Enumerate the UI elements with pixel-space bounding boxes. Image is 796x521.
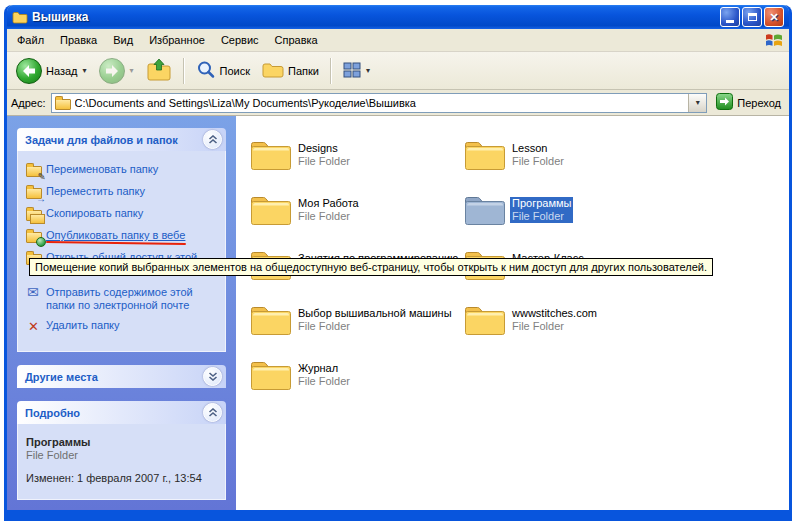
back-label: Назад (46, 65, 78, 77)
folder-icon (250, 138, 292, 172)
task-pane-sidebar: Задачи для файлов и папок Переименовать … (7, 116, 236, 510)
menu-item-1[interactable]: Файл (9, 30, 52, 51)
title-bar[interactable]: Вышивка ✕ (7, 5, 789, 29)
window-body: Задачи для файлов и папок Переименовать … (7, 116, 789, 510)
file-name: Журнал (296, 362, 352, 375)
task-label: Переместить папку (46, 185, 145, 198)
go-arrow-icon (716, 93, 733, 112)
details-modified: Изменен: 1 февраля 2007 г., 13:54 (26, 472, 217, 485)
back-dropdown-caret-icon[interactable]: ▾ (83, 66, 87, 75)
address-folder-icon (55, 96, 71, 110)
task-list: Переименовать папку Переместить папку Ск… (17, 151, 226, 352)
folder-icon (250, 193, 292, 227)
forward-button[interactable]: ▾ (94, 56, 139, 86)
views-dropdown-caret-icon[interactable]: ▾ (366, 66, 370, 75)
task-label: Переименовать папку (46, 163, 158, 176)
other-places-title: Другие места (25, 371, 98, 383)
file-tile-2[interactable]: Lesson File Folder (464, 136, 566, 174)
file-tile-7[interactable]: Выбор вышивальной машины File Folder (250, 301, 454, 339)
search-icon (196, 60, 216, 82)
task-item-4[interactable]: Опубликовать папку в вебе (26, 229, 221, 244)
toolbar-separator (330, 58, 332, 84)
menu-item-5[interactable]: Сервис (213, 30, 267, 51)
chevron-down-icon[interactable] (203, 367, 222, 386)
address-input[interactable]: C:\Documents and Settings\Liza\My Docume… (51, 93, 708, 113)
delete-folder-icon (26, 319, 46, 334)
file-type: File Folder (510, 155, 566, 168)
task-label: Скопировать папку (46, 207, 143, 220)
menu-bar: ФайлПравкаВидИзбранноеСервисСправка (7, 29, 789, 52)
folders-icon (262, 61, 284, 81)
folder-icon (464, 138, 506, 172)
address-label: Адрес: (11, 97, 46, 109)
address-bar: Адрес: C:\Documents and Settings\Liza\My… (7, 90, 789, 116)
copy-folder-icon (26, 207, 46, 222)
maximize-button[interactable] (742, 7, 762, 27)
chevron-up-icon[interactable] (203, 403, 222, 422)
details-folder-type: File Folder (26, 449, 217, 462)
file-type: File Folder (296, 375, 352, 388)
forward-dropdown-caret-icon: ▾ (130, 66, 134, 75)
folder-icon (250, 358, 292, 392)
folder-icon (464, 303, 506, 337)
menu-item-2[interactable]: Правка (52, 30, 105, 51)
views-button[interactable]: ▾ (338, 60, 375, 82)
back-button[interactable]: Назад ▾ (11, 56, 92, 86)
task-item-6[interactable]: Отправить содержимое этой папки по элект… (26, 286, 221, 312)
file-folder-tasks-panel: Задачи для файлов и папок Переименовать … (17, 128, 226, 352)
close-button[interactable]: ✕ (764, 7, 784, 27)
task-item-3[interactable]: Скопировать папку (26, 207, 221, 222)
address-dropdown-button[interactable]: ▾ (688, 94, 706, 112)
go-label: Переход (737, 97, 781, 109)
task-item-2[interactable]: Переместить папку (26, 185, 221, 200)
other-places-header[interactable]: Другие места (17, 365, 226, 388)
menu-item-6[interactable]: Справка (267, 30, 326, 51)
explorer-window: Вышивка ✕ ФайлПравкаВидИзбранноеСервисСп… (4, 5, 792, 521)
file-type: File Folder (296, 155, 352, 168)
file-list-area[interactable]: Designs File Folder Lesson File Folder М… (236, 116, 789, 510)
file-name: Программы (510, 197, 573, 210)
move-folder-icon (26, 185, 46, 200)
file-folder-tasks-title: Задачи для файлов и папок (25, 134, 178, 146)
details-title: Подробно (25, 407, 80, 419)
minimize-button[interactable] (720, 7, 740, 27)
address-path: C:\Documents and Settings\Liza\My Docume… (75, 97, 689, 109)
task-label: Опубликовать папку в вебе (46, 229, 185, 242)
back-icon (16, 58, 42, 84)
forward-icon (99, 58, 125, 84)
windows-logo-icon (765, 32, 783, 48)
menu-item-4[interactable]: Избранное (141, 30, 213, 51)
task-item-1[interactable]: Переименовать папку (26, 163, 221, 178)
details-panel: Подробно Программы File Folder Изменен: … (17, 401, 226, 500)
folders-label: Папки (288, 65, 319, 77)
folder-icon (250, 303, 292, 337)
file-tile-4[interactable]: Программы File Folder (464, 191, 573, 229)
menu-item-3[interactable]: Вид (105, 30, 141, 51)
file-tile-8[interactable]: wwwstitches.com File Folder (464, 301, 599, 339)
task-item-7[interactable]: Удалить папку (26, 319, 221, 334)
up-button[interactable] (141, 56, 177, 86)
search-button[interactable]: Поиск (191, 58, 255, 84)
window-folder-icon (12, 10, 28, 24)
file-folder-tasks-header[interactable]: Задачи для файлов и папок (17, 128, 226, 151)
toolbar-separator (183, 58, 185, 84)
chevron-up-icon[interactable] (203, 130, 222, 149)
details-header[interactable]: Подробно (17, 401, 226, 424)
go-button[interactable]: Переход (712, 92, 785, 113)
details-body: Программы File Folder Изменен: 1 февраля… (17, 424, 226, 500)
desktop: Вышивка ✕ ФайлПравкаВидИзбранноеСервисСп… (0, 0, 796, 521)
publish-folder-icon (26, 229, 46, 244)
file-type: File Folder (296, 320, 454, 333)
folders-button[interactable]: Папки (257, 59, 324, 83)
file-name: Моя Работа (296, 197, 361, 210)
toolbar: Назад ▾ ▾ (7, 52, 789, 90)
tooltip: Помещение копий выбранных элементов на о… (29, 258, 713, 276)
file-tile-9[interactable]: Журнал File Folder (250, 356, 352, 394)
task-label: Удалить папку (46, 319, 120, 332)
file-tile-1[interactable]: Designs File Folder (250, 136, 352, 174)
details-folder-name: Программы (26, 436, 217, 449)
task-label: Отправить содержимое этой папки по элект… (46, 286, 221, 312)
file-type: File Folder (510, 210, 573, 223)
file-tile-3[interactable]: Моя Работа File Folder (250, 191, 361, 229)
search-label: Поиск (220, 65, 250, 77)
